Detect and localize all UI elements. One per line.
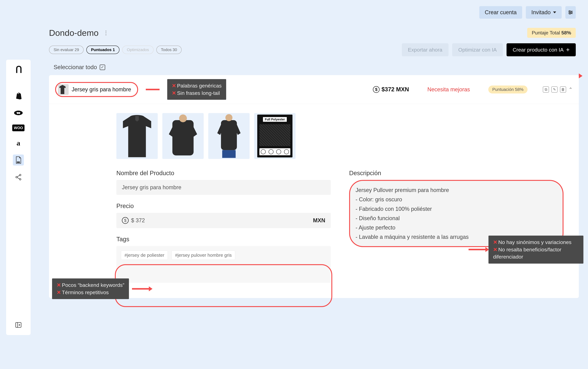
product-score-pill: Puntuación 58%	[488, 86, 527, 93]
pill-all[interactable]: Todos 30	[156, 46, 182, 54]
svg-rect-1	[17, 161, 20, 163]
shopify-icon[interactable]	[13, 90, 24, 101]
product-status: Necesita mejoras	[427, 86, 470, 93]
svg-rect-11	[221, 120, 237, 150]
plus-icon: +	[566, 46, 570, 53]
expand-sidebar-icon[interactable]	[13, 319, 24, 330]
svg-point-3	[16, 176, 17, 178]
collapse-icon[interactable]: ⌃	[568, 87, 573, 92]
svg-rect-13	[222, 150, 236, 158]
woocommerce-icon[interactable]: WOO	[12, 125, 24, 131]
tag-chip[interactable]: #jersey de poliester	[121, 250, 168, 260]
svg-rect-5	[16, 322, 21, 327]
field-label-name: Nombre del Producto	[116, 170, 331, 177]
svg-point-6	[569, 10, 570, 12]
handshake-icon[interactable]	[13, 107, 24, 119]
checkbox-icon	[100, 65, 105, 70]
pill-scored[interactable]: Puntuados 1	[86, 46, 119, 54]
filter-pills: Sin evaluar 29 Puntuados 1 Optimizados T…	[49, 46, 182, 54]
full-polyester-label: Full Polyester	[262, 117, 287, 122]
gallery-image-3[interactable]	[208, 113, 250, 159]
top-actions: Crear cuenta Invitado	[49, 6, 579, 19]
desc-line: Jersey Pullover premium para hombre	[356, 185, 557, 195]
field-label-price: Precio	[116, 203, 331, 209]
field-name-value[interactable]: Jersey gris para hombre	[116, 180, 331, 195]
product-header-row: Jersey gris para hombre ✕Palabras genéri…	[49, 75, 579, 104]
desc-line: - Color: gris oscuro	[356, 195, 557, 204]
chevron-down-icon	[553, 11, 556, 13]
svg-point-8	[569, 13, 571, 14]
gallery-image-4[interactable]: Full Polyester	[254, 113, 295, 159]
copy-icon[interactable]: ⧉	[543, 86, 549, 93]
product-card: Jersey gris para hombre ✕Palabras genéri…	[49, 75, 579, 298]
guest-label: Invitado	[531, 9, 551, 16]
total-score-badge: Puntaje Total 58%	[527, 28, 576, 38]
create-account-button[interactable]: Crear cuenta	[479, 6, 522, 19]
svg-point-7	[571, 12, 572, 13]
product-title-highlight: Jersey gris para hombre	[55, 82, 138, 97]
svg-point-12	[225, 114, 232, 121]
pill-unevaluated[interactable]: Sin evaluar 29	[49, 46, 84, 54]
page-title: Dondo-demo	[49, 28, 99, 38]
product-name-tooltip: ✕Palabras genéricas ✕Sin frases long-tai…	[167, 79, 226, 100]
more-menu-icon[interactable]: ⋮	[103, 30, 109, 36]
export-now-button[interactable]: Exportar ahora	[402, 43, 449, 56]
desc-tooltip: ✕No hay sinónimos y variaciones ✕No resa…	[488, 236, 583, 264]
tag-chip[interactable]: #jersey pulover hombre gris	[171, 250, 235, 260]
product-thumb	[58, 84, 69, 95]
svg-point-4	[20, 179, 21, 180]
select-all-toggle[interactable]: Seleccionar todo	[49, 64, 579, 70]
create-product-ai-button[interactable]: Crear producto con IA +	[506, 43, 576, 56]
field-label-desc: Descripción	[349, 170, 564, 177]
field-price-value[interactable]: $ $ 372 MXN	[116, 213, 331, 228]
svg-point-2	[20, 174, 21, 176]
svg-point-10	[179, 114, 187, 122]
tags-tooltip: ✕Pocos “backend keywords” ✕Términos repe…	[52, 279, 129, 299]
dollar-icon: $	[373, 86, 380, 93]
app-logo: ᑎ	[15, 64, 21, 75]
desc-line: - Ajuste perfecto	[356, 223, 557, 232]
gallery-image-1[interactable]	[116, 113, 158, 159]
share-icon[interactable]	[13, 172, 24, 183]
product-name: Jersey gris para hombre	[72, 86, 131, 93]
pill-optimized[interactable]: Optimizados	[122, 46, 154, 54]
product-gallery: Full Polyester	[116, 113, 564, 159]
product-price: $ $372 MXN	[373, 86, 409, 93]
dollar-icon: $	[122, 217, 129, 224]
settings-button[interactable]	[565, 6, 576, 19]
desc-line: - Fabricado con 100% poliéster	[356, 204, 557, 214]
sidebar: ᑎ WOO a	[6, 60, 31, 335]
guest-dropdown[interactable]: Invitado	[526, 6, 562, 19]
csv-icon[interactable]	[13, 155, 24, 166]
desc-line: - Diseño funcional	[356, 214, 557, 223]
optimize-ai-button[interactable]: Optimizar con IA	[452, 43, 503, 56]
edit-icon[interactable]: ✎	[551, 86, 557, 93]
amazon-icon[interactable]: a	[13, 137, 24, 148]
gallery-image-2[interactable]	[162, 113, 204, 159]
field-tags[interactable]: #jersey de poliester#jersey pulover homb…	[116, 246, 331, 283]
delete-icon[interactable]: 🗑	[560, 86, 566, 93]
svg-rect-9	[172, 120, 194, 155]
field-label-tags: Tags	[116, 236, 331, 243]
